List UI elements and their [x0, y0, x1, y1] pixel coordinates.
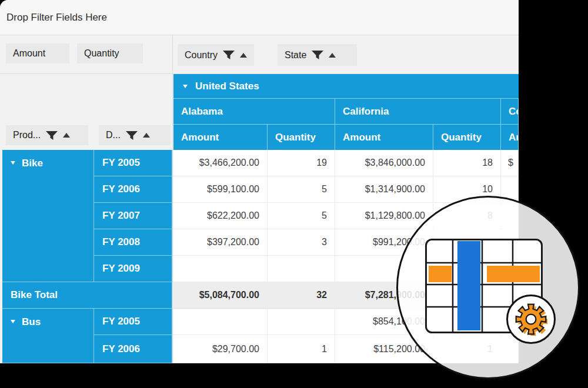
- data-cell: 1: [268, 335, 335, 363]
- data-cell: 5: [268, 176, 335, 203]
- column-field-country[interactable]: Country: [178, 44, 254, 66]
- data-cell: 18: [433, 150, 501, 176]
- filter-funnel-icon[interactable]: [46, 131, 58, 140]
- group-header-label: United States: [195, 81, 259, 92]
- orange-row-bar: [487, 266, 540, 282]
- measure-header-amount[interactable]: Amount: [173, 124, 268, 150]
- settings-gear-icon: [514, 303, 547, 336]
- data-cell: 3: [268, 229, 335, 256]
- value-field-amount[interactable]: Amount: [6, 44, 69, 63]
- field-label: Country: [185, 50, 218, 61]
- field-label: Prod...: [13, 130, 41, 141]
- pivot-grid-screenshot: Drop Filter Fields Here Amount Quantity …: [0, 0, 588, 388]
- row-header-year: FY 2009: [94, 256, 172, 282]
- sort-asc-icon[interactable]: [240, 53, 247, 58]
- sort-asc-icon[interactable]: [329, 53, 336, 58]
- field-label: D...: [106, 130, 121, 141]
- row-field-product[interactable]: Prod...: [6, 125, 88, 145]
- data-cell: [268, 309, 335, 335]
- state-header-clipped[interactable]: Co: [501, 98, 519, 124]
- filter-drop-area[interactable]: Drop Filter Fields Here: [0, 0, 519, 35]
- filter-funnel-icon[interactable]: [312, 51, 323, 59]
- data-cell: $3,846,000.00: [335, 150, 433, 176]
- field-label: Amount: [13, 48, 45, 59]
- measure-header-clipped[interactable]: Am: [501, 124, 519, 150]
- data-cell: 19: [268, 150, 335, 176]
- data-cell: $: [501, 150, 519, 176]
- state-header-alabama[interactable]: Alabama: [173, 98, 335, 124]
- data-cell: $1,129,800.00: [335, 203, 433, 229]
- filter-funnel-icon[interactable]: [223, 51, 235, 59]
- state-header-california[interactable]: California: [335, 98, 501, 124]
- data-cell: $29,700.00: [173, 335, 268, 363]
- measure-header-quantity[interactable]: Quantity: [268, 124, 335, 150]
- state-header-row: Alabama California Co: [173, 98, 519, 124]
- measure-header-row: Amount Quantity Amount Quantity Am: [173, 124, 519, 150]
- data-cell: [173, 256, 268, 282]
- orange-row-bar: [429, 266, 452, 282]
- row-group-label: Bike: [22, 158, 43, 169]
- data-cell: 5: [268, 203, 335, 229]
- row-header-year: FY 2005: [94, 309, 172, 335]
- data-cell: $599,100.00: [173, 176, 268, 203]
- field-label: State: [285, 50, 306, 61]
- data-cell: [268, 256, 335, 282]
- row-header-year: FY 2006: [94, 176, 172, 203]
- blue-column-bar: [457, 241, 480, 330]
- row-field-date[interactable]: D...: [99, 125, 171, 145]
- measure-header-quantity[interactable]: Quantity: [433, 124, 501, 150]
- settings-gear-badge: [506, 295, 556, 344]
- row-group-bike[interactable]: Bike: [2, 150, 94, 282]
- row-header-bike-total: Bike Total: [2, 282, 172, 309]
- data-cell: [173, 309, 268, 335]
- filter-drop-label: Drop Filter Fields Here: [6, 12, 107, 24]
- data-cell: $3,466,200.00: [173, 150, 268, 176]
- data-cell: $1,314,900.00: [335, 176, 433, 203]
- total-cell: $5,084,700.00: [173, 282, 268, 309]
- collapse-icon[interactable]: [183, 85, 188, 88]
- measure-header-amount[interactable]: Amount: [335, 124, 433, 150]
- data-cell: $622,200.00: [173, 203, 268, 229]
- filter-funnel-icon[interactable]: [126, 131, 138, 140]
- field-label: Quantity: [84, 48, 119, 59]
- row-header-year: FY 2008: [94, 229, 172, 256]
- row-group-bus[interactable]: Bus: [2, 309, 94, 363]
- sort-asc-icon[interactable]: [143, 133, 150, 138]
- sort-asc-icon[interactable]: [63, 133, 70, 138]
- row-header-year: FY 2007: [94, 203, 172, 229]
- vertical-divider: [172, 35, 173, 363]
- column-field-state[interactable]: State: [278, 44, 357, 66]
- value-field-quantity[interactable]: Quantity: [77, 44, 143, 63]
- collapse-icon[interactable]: [11, 320, 15, 323]
- row-header-year: FY 2005: [94, 150, 172, 176]
- row-header-pane: Bike FY 2005 FY 2006 FY 2007 FY 2008 FY …: [2, 150, 172, 363]
- total-cell: 32: [268, 282, 335, 309]
- data-cell: $397,200.00: [173, 229, 268, 256]
- collapse-icon[interactable]: [11, 161, 15, 165]
- row-group-label: Bus: [22, 316, 41, 328]
- group-header-united-states[interactable]: United States: [173, 74, 519, 98]
- row-header-year: FY 2006: [94, 335, 172, 363]
